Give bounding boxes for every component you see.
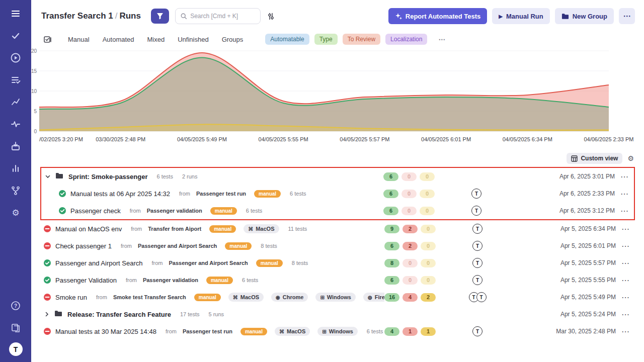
assignee-avatar[interactable]: T bbox=[476, 292, 487, 302]
search-box[interactable] bbox=[175, 8, 261, 24]
row-left: Smoke runfromSmoke test Transfer Searchm… bbox=[40, 293, 384, 302]
assignee-avatar[interactable]: T bbox=[472, 326, 482, 336]
run-row[interactable]: Manual tests at 06 Apr 2025 14:32fromPas… bbox=[41, 185, 634, 202]
reports-icon[interactable] bbox=[6, 159, 26, 178]
row-more-button[interactable]: ⋯ bbox=[616, 258, 635, 268]
activity-icon[interactable] bbox=[6, 115, 26, 134]
report-automated-tests-button[interactable]: Report Automated Tests bbox=[388, 8, 488, 24]
run-title[interactable]: Smoke run bbox=[55, 294, 87, 301]
test-cases-icon[interactable] bbox=[6, 26, 26, 45]
manual-run-button[interactable]: ▶Manual Run bbox=[492, 8, 549, 24]
chips-more-button[interactable]: ⋯ bbox=[438, 35, 445, 43]
filter-button[interactable] bbox=[151, 9, 169, 24]
assignee-avatar[interactable]: T bbox=[472, 224, 482, 234]
run-source[interactable]: Passenger validation bbox=[143, 277, 198, 283]
row-more-button[interactable]: ⋯ bbox=[615, 189, 634, 199]
filter-chip-automatable[interactable]: Automatable bbox=[265, 34, 309, 45]
run-title[interactable]: Passenger Validation bbox=[55, 277, 117, 284]
run-title[interactable]: Passenger and Airport Search bbox=[55, 259, 142, 267]
run-source[interactable]: Smoke test Transfer Search bbox=[113, 294, 186, 300]
status-passed-icon bbox=[58, 207, 66, 215]
search-settings-button[interactable] bbox=[267, 12, 275, 21]
integrations-icon[interactable] bbox=[6, 181, 26, 200]
env-label: MacOS bbox=[240, 294, 259, 300]
table-settings-button[interactable]: ⚙ bbox=[627, 154, 634, 162]
row-more-button[interactable]: ⋯ bbox=[616, 276, 635, 285]
run-title[interactable]: Manual on MacOS env bbox=[55, 225, 122, 233]
row-more-button[interactable]: ⋯ bbox=[616, 241, 635, 251]
run-tests-count: 8 tests bbox=[261, 243, 277, 249]
run-row[interactable]: Passenger ValidationfromPassenger valida… bbox=[40, 272, 635, 289]
chevron-right-icon[interactable] bbox=[43, 311, 50, 317]
filter-chip-localization[interactable]: Localization bbox=[385, 34, 427, 45]
other-count: 0 bbox=[421, 259, 436, 267]
custom-view-button[interactable]: Custom view bbox=[567, 153, 622, 164]
table-view-icon bbox=[571, 155, 578, 162]
run-row[interactable]: Manual on MacOS envfromTransfer from Aip… bbox=[40, 220, 635, 237]
group-row[interactable]: Sprint: Smoke-passenger6 tests2 runs600A… bbox=[41, 168, 634, 185]
header-more-button[interactable]: ⋯ bbox=[619, 8, 635, 24]
row-more-button[interactable]: ⋯ bbox=[615, 172, 634, 182]
runs-history-chart: 05101520/02/2025 3:20 PM03/30/2025 2:48 … bbox=[31, 46, 644, 150]
docs-icon[interactable] bbox=[6, 318, 26, 337]
milestones-icon[interactable] bbox=[6, 93, 26, 112]
breadcrumb-project[interactable]: Transfer Search 1 bbox=[41, 11, 113, 21]
group-row[interactable]: Release: Transfer Search Feature17 tests… bbox=[40, 306, 635, 323]
tab-manual[interactable]: Manual bbox=[68, 36, 90, 43]
run-title[interactable]: Check passenger 1 bbox=[55, 242, 112, 250]
tab-unfinished[interactable]: Unfinished bbox=[178, 36, 208, 43]
assignee-avatar[interactable]: T bbox=[472, 258, 482, 268]
row-more-button[interactable]: ⋯ bbox=[616, 327, 635, 336]
row-more-button[interactable]: ⋯ bbox=[616, 224, 635, 234]
filter-chip-to-review[interactable]: To Review bbox=[343, 34, 380, 45]
defects-icon[interactable] bbox=[6, 70, 26, 89]
manual-badge: manual bbox=[194, 294, 221, 301]
help-icon[interactable]: ? bbox=[6, 296, 26, 315]
settings-icon[interactable]: ⚙ bbox=[6, 203, 26, 222]
tab-groups[interactable]: Groups bbox=[222, 36, 244, 43]
user-avatar[interactable]: T bbox=[9, 342, 23, 356]
menu-icon[interactable] bbox=[6, 4, 26, 23]
run-source[interactable]: Passenger test run bbox=[196, 191, 246, 197]
run-row[interactable]: Check passenger 1fromPassenger and Airpo… bbox=[40, 237, 635, 254]
row-more-button[interactable]: ⋯ bbox=[615, 206, 634, 216]
run-row[interactable]: Smoke runfromSmoke test Transfer Searchm… bbox=[40, 289, 635, 306]
search-input[interactable] bbox=[190, 13, 255, 20]
run-source[interactable]: Passenger and Airport Search bbox=[138, 243, 217, 249]
new-group-button[interactable]: New Group bbox=[555, 8, 614, 24]
test-plans-icon[interactable] bbox=[6, 137, 26, 156]
topbar: Transfer Search 1/Runs Report Automated … bbox=[31, 0, 644, 32]
run-source[interactable]: Passenger test run bbox=[183, 328, 232, 334]
run-source[interactable]: Transfer from Aiport bbox=[148, 226, 201, 232]
run-row[interactable]: Manual tests at 30 Mar 2025 14:48fromPas… bbox=[40, 323, 635, 340]
assignee-avatar[interactable]: T bbox=[471, 189, 481, 199]
run-row[interactable]: Passenger and Airport SearchfromPassenge… bbox=[40, 254, 635, 272]
assignee-avatar[interactable]: T bbox=[471, 206, 481, 216]
filter-chip-type[interactable]: Type bbox=[314, 34, 338, 45]
result-counts: 620 bbox=[384, 242, 440, 250]
status-failed-icon bbox=[43, 242, 51, 250]
run-source[interactable]: Passenger validation bbox=[147, 208, 202, 214]
run-source[interactable]: Passenger and Airport Search bbox=[169, 260, 248, 266]
run-title[interactable]: Manual tests at 30 Mar 2025 14:48 bbox=[55, 328, 156, 335]
row-more-button[interactable]: ⋯ bbox=[616, 293, 635, 302]
row-more-button[interactable]: ⋯ bbox=[616, 310, 635, 319]
run-title[interactable]: Passenger check bbox=[70, 207, 121, 215]
env-label: Windows bbox=[327, 294, 351, 300]
run-row[interactable]: Passenger checkfromPassenger validationm… bbox=[41, 202, 634, 219]
tab-mixed[interactable]: Mixed bbox=[147, 36, 165, 43]
tab-automated[interactable]: Automated bbox=[103, 36, 134, 43]
run-title[interactable]: Manual tests at 06 Apr 2025 14:32 bbox=[70, 190, 170, 198]
assignee-avatar[interactable]: T bbox=[472, 241, 482, 251]
filter-tabs: ManualAutomatedMixedUnfinishedGroups bbox=[68, 36, 243, 43]
env-icon-macos: ⌘ bbox=[279, 329, 284, 334]
passed-count: 6 bbox=[383, 172, 398, 181]
row-left: Passenger and Airport SearchfromPassenge… bbox=[40, 259, 384, 267]
other-count: 0 bbox=[421, 242, 436, 250]
assignee-avatar[interactable]: T bbox=[472, 275, 482, 285]
env-chip-chrome: ◉Chrome bbox=[271, 293, 308, 302]
test-runs-icon[interactable] bbox=[6, 48, 26, 67]
chevron-down-icon[interactable] bbox=[44, 173, 51, 179]
runs-checklist-icon[interactable] bbox=[43, 35, 52, 44]
assignee-avatars: TT bbox=[440, 292, 515, 302]
